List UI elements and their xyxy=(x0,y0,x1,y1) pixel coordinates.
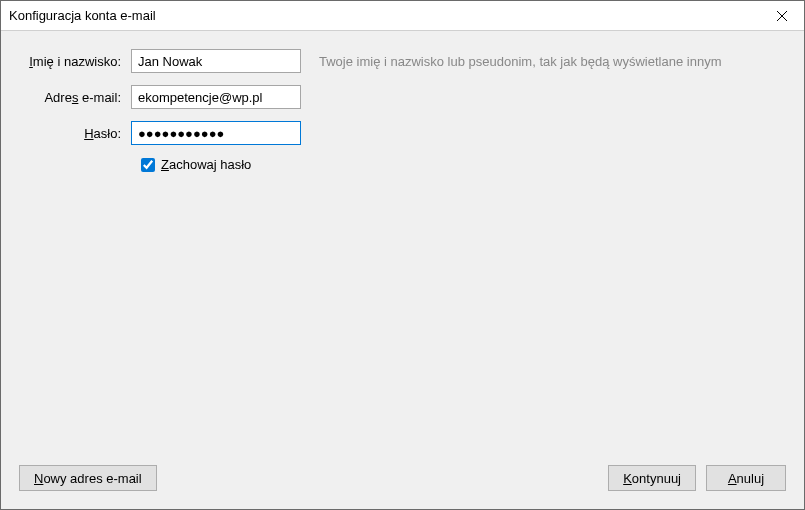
close-button[interactable] xyxy=(759,1,804,30)
name-hint: Twoje imię i nazwisko lub pseudonim, tak… xyxy=(319,54,721,69)
continue-button[interactable]: Kontynuuj xyxy=(608,465,696,491)
dialog-window: Konfiguracja konta e-mail Imię i nazwisk… xyxy=(0,0,805,510)
footer: Nowy adres e-mail Kontynuuj Anuluj xyxy=(1,459,804,509)
remember-row: Zachowaj hasło xyxy=(141,157,784,172)
password-row: Hasło: xyxy=(21,121,784,145)
cancel-button[interactable]: Anuluj xyxy=(706,465,786,491)
name-row: Imię i nazwisko: Twoje imię i nazwisko l… xyxy=(21,49,784,73)
titlebar: Konfiguracja konta e-mail xyxy=(1,1,804,31)
new-email-button[interactable]: Nowy adres e-mail xyxy=(19,465,157,491)
window-title: Konfiguracja konta e-mail xyxy=(9,8,759,23)
password-label: Hasło: xyxy=(21,126,131,141)
close-icon xyxy=(777,11,787,21)
remember-checkbox[interactable] xyxy=(141,158,155,172)
content-area: Imię i nazwisko: Twoje imię i nazwisko l… xyxy=(1,31,804,459)
remember-label[interactable]: Zachowaj hasło xyxy=(161,157,251,172)
name-input[interactable] xyxy=(131,49,301,73)
email-row: Adres e-mail: xyxy=(21,85,784,109)
password-input[interactable] xyxy=(131,121,301,145)
email-label: Adres e-mail: xyxy=(21,90,131,105)
email-input[interactable] xyxy=(131,85,301,109)
name-label: Imię i nazwisko: xyxy=(21,54,131,69)
